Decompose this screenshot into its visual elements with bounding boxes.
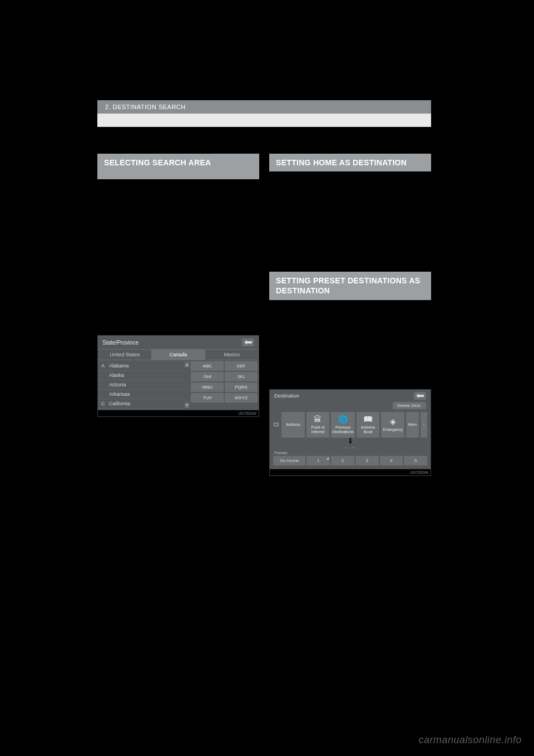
preset-4[interactable]: 4 <box>380 456 403 465</box>
tiles-next-icon[interactable]: › <box>421 412 427 438</box>
tile-label: Point of Interest <box>308 425 329 434</box>
tile-label: Emergency <box>383 428 403 432</box>
row-letter: A <box>101 363 109 369</box>
row-name: Alaska <box>109 372 124 378</box>
preset-num: 1 <box>317 458 319 463</box>
row-name: California <box>109 401 130 406</box>
dest-titlebar: Destination <box>270 390 431 402</box>
screshot-destination: Destination Delete Dest. Address <box>269 389 431 476</box>
image-id: UG7032AI <box>98 410 259 416</box>
preset-num: 3 <box>365 458 368 463</box>
list-item[interactable]: Arkansas <box>98 390 184 399</box>
breadcrumb: 2. DESTINATION SEARCH <box>97 100 431 114</box>
sp-country-tabs: United States Canada Mexico <box>98 349 259 360</box>
list-item[interactable]: AAlabama <box>98 361 184 371</box>
delete-dest-row: Delete Dest. <box>270 402 431 410</box>
tile-mem[interactable]: Mem <box>406 412 419 438</box>
presets-row: Go Home 1◢ 2 3 4 5 <box>270 455 431 469</box>
preset-5[interactable]: 5 <box>404 456 427 465</box>
preset-num: 2 <box>342 458 344 463</box>
list-item[interactable]: CCalifornia <box>98 399 184 409</box>
delete-dest-button[interactable]: Delete Dest. <box>393 402 426 409</box>
sp-titlebar: State/Province <box>98 336 259 349</box>
globe-icon: 🌐 <box>338 415 348 424</box>
svg-rect-0 <box>274 423 278 426</box>
diamond-icon: ◈ <box>390 417 396 426</box>
corner-icon: ◢ <box>327 456 329 460</box>
key-abc[interactable]: ABC <box>191 361 224 371</box>
scroll-down-icon[interactable]: ▾ <box>185 402 189 408</box>
scrollbar[interactable]: ▴ ▾ <box>184 360 190 410</box>
tab-mexico[interactable]: Mexico <box>205 350 259 360</box>
key-jkl[interactable]: JKL <box>225 372 258 381</box>
heading-setting-preset: SETTING PRESET DESTINATIONS AS DESTINATI… <box>269 272 431 300</box>
preset-3[interactable]: 3 <box>355 456 379 465</box>
heading-selecting-search-area: SELECTING SEARCH AREA <box>97 154 259 179</box>
tab-canada[interactable]: Canada <box>151 350 205 360</box>
bank-icon: 🏛 <box>314 415 322 424</box>
tile-label: Address Book <box>358 425 379 434</box>
tile-poi[interactable]: 🏛 Point of Interest <box>306 412 330 438</box>
right-column: SETTING HOME AS DESTINATION SETTING PRES… <box>269 154 431 476</box>
tile-address[interactable]: Address <box>281 412 305 438</box>
sp-title-text: State/Province <box>102 340 139 346</box>
screenshot-state-province: State/Province United States Canada Mexi… <box>97 335 259 417</box>
alpha-keypad: ABCDEF GHIJKL MNOPQRS TUVWXYZ <box>190 360 259 410</box>
key-mno[interactable]: MNO <box>191 382 224 392</box>
tile-label: Address <box>286 423 300 427</box>
two-column-layout: SELECTING SEARCH AREA State/Province Uni… <box>97 154 431 476</box>
scroll-up-icon[interactable]: ▴ <box>185 362 189 367</box>
tiles-prev-icon[interactable] <box>273 412 280 438</box>
tile-emergency[interactable]: ◈ Emergency <box>381 412 404 438</box>
go-home-button[interactable]: Go Home <box>273 456 305 465</box>
dest-title-text: Destination <box>274 393 299 399</box>
subheader-strip <box>97 114 431 127</box>
watermark: carmanualsonline.info <box>418 734 522 746</box>
row-name: Arkansas <box>109 391 130 397</box>
list-item[interactable]: Alaska <box>98 371 184 380</box>
preset-2[interactable]: 2 <box>331 456 354 465</box>
tile-previous[interactable]: 🌐 Previous Destinations <box>331 412 355 438</box>
spacer <box>269 171 431 272</box>
tile-label: Mem <box>408 423 417 427</box>
heading-setting-home: SETTING HOME AS DESTINATION <box>269 154 431 171</box>
back-icon[interactable] <box>414 392 426 400</box>
key-tuv[interactable]: TUV <box>191 393 224 402</box>
preset-1[interactable]: 1◢ <box>306 456 330 465</box>
row-name: Alabama <box>109 363 129 369</box>
book-icon: 📖 <box>363 415 373 424</box>
tile-address-book[interactable]: 📖 Address Book <box>357 412 380 438</box>
sp-state-list: AAlabama Alaska Arizona Arkansas CCalifo… <box>98 360 184 410</box>
row-name: Arizona <box>109 382 126 387</box>
key-pqrs[interactable]: PQRS <box>225 382 258 392</box>
tab-united-states[interactable]: United States <box>98 350 151 360</box>
preset-num: 5 <box>414 458 417 463</box>
presets-label: Presets <box>270 450 431 455</box>
preset-num: 4 <box>390 458 392 463</box>
manual-page: 2. DESTINATION SEARCH SELECTING SEARCH A… <box>97 100 431 476</box>
page-dots: — • <box>270 445 431 450</box>
left-column: SELECTING SEARCH AREA State/Province Uni… <box>97 154 259 476</box>
pointer-arrow-icon: ⬇ <box>270 437 431 445</box>
row-letter: C <box>101 401 109 406</box>
key-ghi[interactable]: GHI <box>191 372 224 381</box>
tile-label: Previous Destinations <box>332 425 354 434</box>
list-item[interactable]: Arizona <box>98 380 184 390</box>
dest-tiles: Address 🏛 Point of Interest 🌐 Previous D… <box>270 410 431 439</box>
back-icon[interactable] <box>242 338 254 346</box>
sp-body: AAlabama Alaska Arizona Arkansas CCalifo… <box>98 360 259 410</box>
image-id: UG7033AI <box>270 469 431 475</box>
key-def[interactable]: DEF <box>225 361 258 371</box>
key-wxyz[interactable]: WXYZ <box>225 393 258 402</box>
